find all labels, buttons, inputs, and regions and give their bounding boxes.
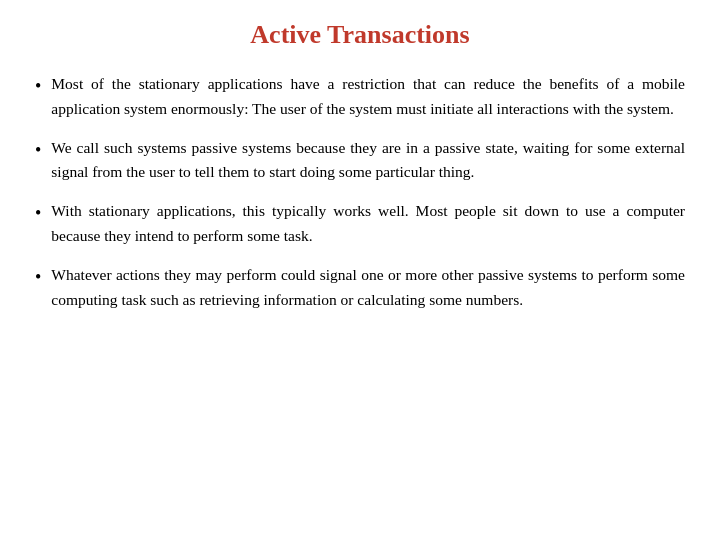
list-item: • Whatever actions they may perform coul… [35, 263, 685, 313]
bullet-text: We call such systems passive systems bec… [51, 136, 685, 186]
page-container: Active Transactions • Most of the statio… [0, 0, 720, 540]
bullet-dot: • [35, 73, 41, 100]
list-item: • With stationary applications, this typ… [35, 199, 685, 249]
bullet-dot: • [35, 264, 41, 291]
bullet-dot: • [35, 137, 41, 164]
bullet-text: Most of the stationary applications have… [51, 72, 685, 122]
bullet-dot: • [35, 200, 41, 227]
page-title: Active Transactions [35, 20, 685, 50]
bullet-text: Whatever actions they may perform could … [51, 263, 685, 313]
list-item: • Most of the stationary applications ha… [35, 72, 685, 122]
list-item: • We call such systems passive systems b… [35, 136, 685, 186]
bullet-text: With stationary applications, this typic… [51, 199, 685, 249]
bullet-list: • Most of the stationary applications ha… [35, 72, 685, 312]
